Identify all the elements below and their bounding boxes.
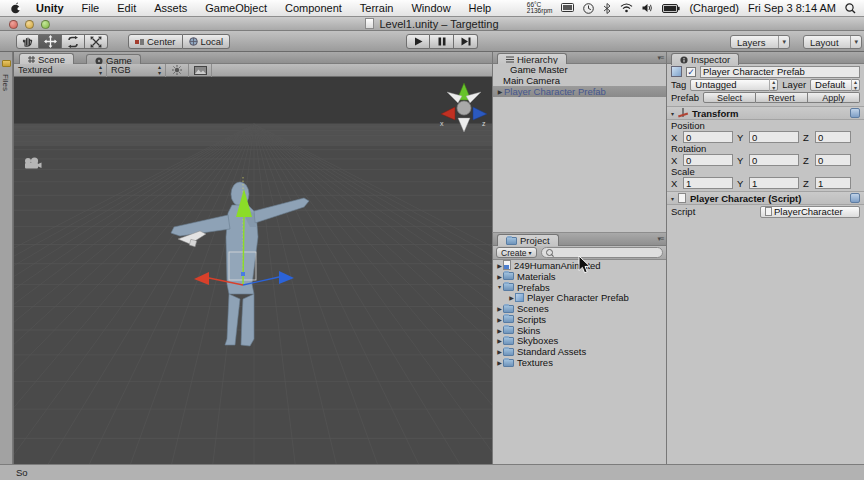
bluetooth-icon[interactable] xyxy=(603,3,611,14)
background-finder-window[interactable]: Files xyxy=(0,52,13,464)
layout-dropdown-label: Layout xyxy=(804,37,850,48)
prefab-apply-button[interactable]: Apply xyxy=(808,92,860,103)
layout-dropdown[interactable]: Layout ▾ xyxy=(803,35,862,49)
disclosure-triangle-icon[interactable]: ▶ xyxy=(496,88,504,95)
scale-tool-button[interactable] xyxy=(85,34,108,49)
rotation-local-button[interactable]: Local xyxy=(183,34,231,49)
apple-menu-icon[interactable] xyxy=(10,2,21,14)
battery-icon[interactable] xyxy=(662,4,680,13)
create-asset-button[interactable]: Create ▾ xyxy=(496,247,537,258)
scene-viewport[interactable]: x z xyxy=(14,77,492,464)
layers-dropdown[interactable]: Layers ▾ xyxy=(730,35,790,49)
disclosure-triangle-icon[interactable]: ▶ xyxy=(496,348,503,355)
project-item-textures[interactable]: ▶ Textures xyxy=(493,357,666,368)
transform-icon xyxy=(678,108,688,118)
gizmo-x-label[interactable]: x xyxy=(440,120,444,127)
transform-component-header[interactable]: ▾ Transform xyxy=(667,106,864,120)
volume-icon[interactable] xyxy=(642,3,653,13)
display-icon[interactable] xyxy=(561,3,574,14)
disclosure-triangle-icon[interactable]: ▶ xyxy=(496,327,503,334)
disclosure-triangle-expanded-icon[interactable]: ▾ xyxy=(496,283,503,290)
tag-dropdown[interactable]: Untagged ▴▾ xyxy=(690,79,778,91)
gizmo-z-label[interactable]: z xyxy=(482,120,486,127)
gameobject-name-field[interactable] xyxy=(700,66,860,78)
hierarchy-item-game-master[interactable]: Game Master xyxy=(493,64,666,75)
project-item-prefabs[interactable]: ▾ Prefabs xyxy=(493,282,666,293)
menu-component[interactable]: Component xyxy=(276,0,351,16)
rotation-x-field[interactable] xyxy=(683,154,733,166)
local-rotation-icon xyxy=(189,37,198,46)
project-item-scenes[interactable]: ▶ Scenes xyxy=(493,303,666,314)
window-titlebar[interactable]: Level1.unity – Targetting xyxy=(0,17,864,31)
position-x-field[interactable] xyxy=(683,131,733,143)
disclosure-triangle-icon[interactable]: ▶ xyxy=(496,316,503,323)
scale-z-field[interactable] xyxy=(815,177,851,189)
menu-terrain[interactable]: Terrain xyxy=(351,0,403,16)
clock-icon[interactable] xyxy=(583,3,594,14)
draw-mode-dropdown[interactable]: Textured ▴▾ xyxy=(14,64,107,77)
play-icon xyxy=(414,37,423,46)
chevron-down-icon: ▾ xyxy=(529,249,532,256)
search-icon xyxy=(546,249,553,256)
position-y-field[interactable] xyxy=(749,131,799,143)
wifi-icon[interactable] xyxy=(620,3,633,13)
menu-unity[interactable]: Unity xyxy=(27,0,73,16)
scale-y-field[interactable] xyxy=(749,177,799,189)
panel-options-icon[interactable]: ▾≡ xyxy=(657,54,663,62)
disclosure-triangle-expanded-icon[interactable]: ▾ xyxy=(671,195,674,202)
prefab-revert-button[interactable]: Revert xyxy=(756,92,808,103)
project-item-skins[interactable]: ▶ Skins xyxy=(493,325,666,336)
pivot-center-button[interactable]: Center xyxy=(128,34,183,49)
hand-tool-button[interactable] xyxy=(16,34,39,49)
play-button[interactable] xyxy=(406,34,430,49)
project-item-scripts[interactable]: ▶ Scripts xyxy=(493,314,666,325)
position-z-field[interactable] xyxy=(815,131,851,143)
spotlight-icon[interactable] xyxy=(845,3,856,14)
help-book-icon[interactable] xyxy=(850,193,860,203)
pause-button[interactable] xyxy=(430,34,454,49)
script-field-label: Script xyxy=(671,206,695,217)
disclosure-triangle-icon[interactable]: ▶ xyxy=(496,262,503,269)
menu-assets[interactable]: Assets xyxy=(145,0,196,16)
enabled-checkbox[interactable] xyxy=(686,67,696,77)
menu-window[interactable]: Window xyxy=(402,0,459,16)
script-component-header[interactable]: ▾ Player Character (Script) xyxy=(667,191,864,205)
menu-help[interactable]: Help xyxy=(460,0,501,16)
rotation-y-field[interactable] xyxy=(749,154,799,166)
hierarchy-item-main-camera[interactable]: Main Camera xyxy=(493,75,666,86)
project-search-field[interactable] xyxy=(541,247,663,258)
scale-x-field[interactable] xyxy=(683,177,733,189)
rotation-z-field[interactable] xyxy=(815,154,851,166)
disclosure-triangle-icon[interactable]: ▶ xyxy=(496,359,503,366)
layer-dropdown[interactable]: Default ▴▾ xyxy=(810,79,860,91)
system-monitor-widget[interactable]: 66°C 2136rpm xyxy=(527,2,553,15)
script-object-field[interactable]: PlayerCharacter xyxy=(760,206,860,218)
project-item-standard-assets[interactable]: ▶ Standard Assets xyxy=(493,346,666,357)
project-item-label: Scripts xyxy=(517,314,546,325)
step-button[interactable] xyxy=(454,34,478,49)
render-channel-dropdown[interactable]: RGB ▴▾ xyxy=(107,64,166,77)
help-book-icon[interactable] xyxy=(850,108,860,118)
tab-project[interactable]: Project xyxy=(497,234,559,246)
menubar-clock[interactable]: Fri Sep 3 8:14 AM xyxy=(748,2,836,14)
menu-gameobject[interactable]: GameObject xyxy=(196,0,276,16)
disclosure-triangle-icon[interactable]: ▶ xyxy=(508,294,515,301)
scene-lighting-toggle[interactable] xyxy=(166,64,189,77)
disclosure-triangle-icon[interactable]: ▶ xyxy=(496,273,503,280)
hierarchy-item-player-character-prefab[interactable]: ▶ Player Character Prefab xyxy=(493,86,666,97)
project-search-input[interactable] xyxy=(556,248,658,258)
menu-file[interactable]: File xyxy=(73,0,109,16)
rotate-tool-button[interactable] xyxy=(62,34,85,49)
layer-label: Layer xyxy=(782,79,806,90)
move-tool-button[interactable] xyxy=(39,34,62,49)
panel-options-icon[interactable]: ▾≡ xyxy=(657,235,663,243)
project-item-skyboxes[interactable]: ▶ Skyboxes xyxy=(493,336,666,347)
prefab-select-button[interactable]: Select xyxy=(703,92,756,103)
menu-edit[interactable]: Edit xyxy=(108,0,145,16)
scene-overlay-toggle[interactable] xyxy=(189,64,212,77)
disclosure-triangle-icon[interactable]: ▶ xyxy=(496,337,503,344)
project-item-player-character-prefab[interactable]: ▶ Player Character Prefab xyxy=(493,292,666,303)
fan-speed: 2136rpm xyxy=(527,8,553,15)
disclosure-triangle-expanded-icon[interactable]: ▾ xyxy=(671,110,674,117)
disclosure-triangle-icon[interactable]: ▶ xyxy=(496,305,503,312)
